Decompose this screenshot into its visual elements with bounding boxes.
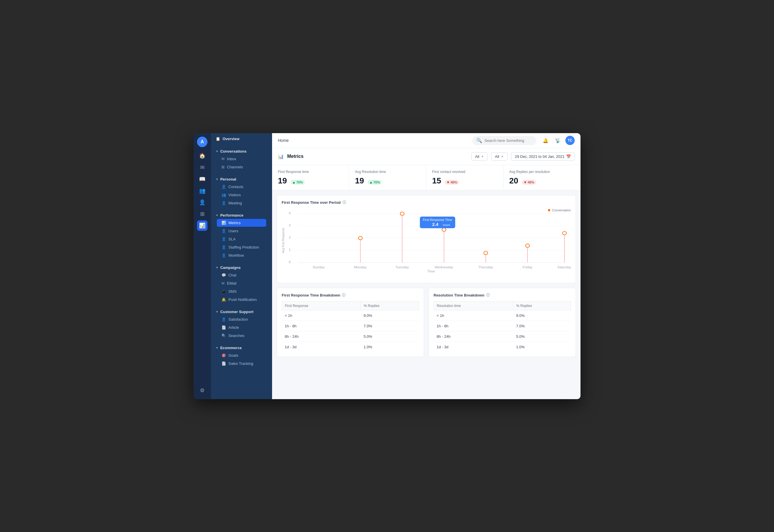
filter2-dropdown[interactable]: All ▼: [491, 152, 507, 161]
customer-support-header[interactable]: ▼ Customer Support: [216, 308, 268, 315]
search-box[interactable]: 🔍: [472, 136, 536, 145]
stat-card-2: First contact resolved 15 ▼ 48%: [426, 165, 503, 190]
contacts-label: Contacts: [229, 185, 243, 189]
sidebar-item-article[interactable]: 📄 Article: [217, 324, 266, 331]
svg-point-17: [359, 236, 362, 240]
chevron-icon-campaigns: ▼: [216, 266, 219, 269]
sidebar-section-customer-support: ▼ Customer Support 👤 Satisfaction 📄 Arti…: [211, 305, 272, 341]
nav-icon-org[interactable]: ⊞: [197, 209, 208, 219]
app-logo[interactable]: A: [197, 137, 208, 147]
legend-label: Conversation: [552, 208, 571, 212]
screen-wrapper: A 🏠 ✉ 📖 👥 👤 ⊞ 📊 ⚙ 📋 Overview ▼ Conversat…: [193, 133, 580, 399]
notification-signal-icon[interactable]: 📡: [553, 136, 562, 145]
campaigns-header[interactable]: ▼ Campaigns: [216, 264, 268, 271]
date-range-picker[interactable]: 29 Dec, 2021 to 04 Jan, 2021 📅: [511, 152, 575, 161]
sidebar-overview[interactable]: 📋 Overview: [211, 133, 272, 144]
chart-svg: 4 3 2 1 0 Avg First Response: [282, 208, 571, 272]
badge-val-0: 70%: [297, 181, 303, 184]
sms-icon: 📱: [222, 289, 226, 294]
nav-icon-home[interactable]: 🏠: [197, 151, 208, 161]
svg-point-19: [442, 228, 446, 231]
stat-value-2: 15: [432, 176, 441, 185]
svg-text:Time: Time: [427, 269, 435, 272]
workflow-label: Workflow: [229, 253, 244, 258]
sidebar-item-push[interactable]: 🔔 Push Notification: [217, 296, 266, 304]
sidebar-item-users[interactable]: 👤 Users: [217, 227, 266, 235]
table-row: 8h - 24h5.0%: [282, 331, 419, 342]
svg-text:Wednesday: Wednesday: [435, 265, 453, 269]
caret-icon-1: ▼: [481, 155, 484, 158]
pct-cell: 7.0%: [513, 321, 571, 331]
pct-cell: 5.0%: [361, 331, 419, 342]
first-response-breakdown: First Response Time Breakdown ⓘ First Re…: [277, 288, 424, 357]
sla-label: SLA: [229, 237, 236, 241]
chevron-icon-performance: ▼: [216, 214, 219, 217]
nav-icon-contacts2[interactable]: 👤: [197, 197, 208, 208]
sidebar-item-staffing[interactable]: 👤 Staffing Prediction: [217, 243, 266, 251]
overview-label: Overview: [223, 137, 240, 141]
nav-icon-inbox[interactable]: ✉: [197, 162, 208, 173]
metrics-bar-icon: 📊: [278, 154, 284, 159]
svg-text:Friday: Friday: [522, 265, 532, 269]
svg-text:2.4: 2.4: [432, 222, 438, 226]
page-title: Home: [278, 138, 289, 143]
satisfaction-icon: 👤: [222, 317, 226, 322]
first-response-table: First Response % Replies < 1h9.0%1h - 8h…: [282, 301, 419, 352]
svg-text:Thursday: Thursday: [478, 265, 493, 269]
resolution-title-text: Resolution Time Breakdown: [434, 293, 484, 297]
sidebar-item-sms[interactable]: 📱 SMS: [217, 288, 266, 295]
sidebar-item-visitors[interactable]: 👥 Visitors: [217, 191, 266, 199]
sidebar-item-chat[interactable]: 💬 Chat: [217, 271, 266, 279]
visitors-label: Visitors: [229, 193, 241, 197]
sidebar-item-satisfaction[interactable]: 👤 Satisfaction: [217, 315, 266, 323]
chart-container: Conversation 4 3 2 1 0 Avg First Respons…: [282, 208, 571, 278]
sidebar-item-goals[interactable]: 🎯 Goals: [217, 351, 266, 359]
sidebar-item-sales[interactable]: 📄 Sales Tracking: [217, 360, 266, 367]
sidebar-item-workflow[interactable]: 👤 Workflow: [217, 251, 266, 259]
nav-icon-contacts[interactable]: 👥: [197, 185, 208, 196]
sidebar-item-meeting[interactable]: 👤 Meeting: [217, 199, 266, 207]
meeting-icon: 👤: [222, 201, 226, 205]
push-icon: 🔔: [222, 297, 226, 302]
performance-header[interactable]: ▼ Performance: [216, 212, 268, 219]
first-response-title-text: First Response Time Breakdown: [282, 293, 340, 297]
sidebar-item-metrics[interactable]: 📊 Metrics: [217, 219, 266, 227]
stat-card-3: Avg Replies per resolution 20 ▼ 48%: [503, 165, 580, 190]
badge-val-1: 70%: [374, 181, 380, 184]
breakdown-row: First Response Time Breakdown ⓘ First Re…: [277, 288, 576, 357]
stat-value-row-3: 20 ▼ 48%: [509, 176, 575, 185]
sidebar-section-performance: ▼ Performance 📊 Metrics 👤 Users 👤 SLA 👤 …: [211, 208, 272, 261]
stat-label-3: Avg Replies per resolution: [509, 170, 575, 174]
pct-cell: 7.0%: [361, 321, 419, 331]
ecommerce-header[interactable]: ▼ Ecommerce: [216, 344, 268, 351]
personal-header[interactable]: ▼ Personal: [216, 176, 268, 183]
conversations-header[interactable]: ▼ Conversations: [216, 148, 268, 155]
nav-icon-book[interactable]: 📖: [197, 174, 208, 184]
top-bar-icons: 🔔 📡 TC: [541, 136, 575, 145]
filter1-dropdown[interactable]: All ▼: [471, 152, 488, 161]
sidebar-item-contacts[interactable]: 👤 Contacts: [217, 183, 266, 191]
stat-value-row-2: 15 ▼ 48%: [432, 176, 497, 185]
sidebar-item-inbox[interactable]: ✉ Inbox: [217, 155, 266, 163]
sidebar-item-channels[interactable]: ⊞ Channels: [217, 163, 266, 171]
notification-bell-icon[interactable]: 🔔: [541, 136, 550, 145]
sidebar-item-searches[interactable]: 🔍 Searches: [217, 332, 266, 340]
stat-card-1: Avg Resolution time 19 ▲ 70%: [349, 165, 426, 190]
sidebar-section-personal: ▼ Personal 👤 Contacts 👥 Visitors 👤 Meeti…: [211, 172, 272, 208]
svg-text:3: 3: [289, 224, 291, 227]
svg-text:hours: hours: [443, 223, 450, 226]
table-row: < 1h9.0%: [282, 310, 419, 321]
chevron-icon-support: ▼: [216, 310, 219, 313]
nav-icon-settings[interactable]: ⚙: [197, 385, 208, 396]
ecommerce-label: Ecommerce: [220, 346, 242, 350]
sidebar-section-ecommerce: ▼ Ecommerce 🎯 Goals 📄 Sales Tracking: [211, 341, 272, 369]
table-row: 1d - 3d1.0%: [282, 342, 419, 352]
user-avatar[interactable]: TC: [565, 136, 575, 145]
svg-text:Saturday: Saturday: [557, 265, 571, 269]
search-input[interactable]: [484, 138, 532, 143]
sidebar-item-sla[interactable]: 👤 SLA: [217, 235, 266, 243]
nav-icon-reports[interactable]: 📊: [197, 220, 208, 231]
sidebar-item-email[interactable]: ✉ EMail: [217, 279, 266, 287]
pct-cell: 9.0%: [361, 310, 419, 321]
table-row: < 1h9.0%: [434, 310, 571, 321]
